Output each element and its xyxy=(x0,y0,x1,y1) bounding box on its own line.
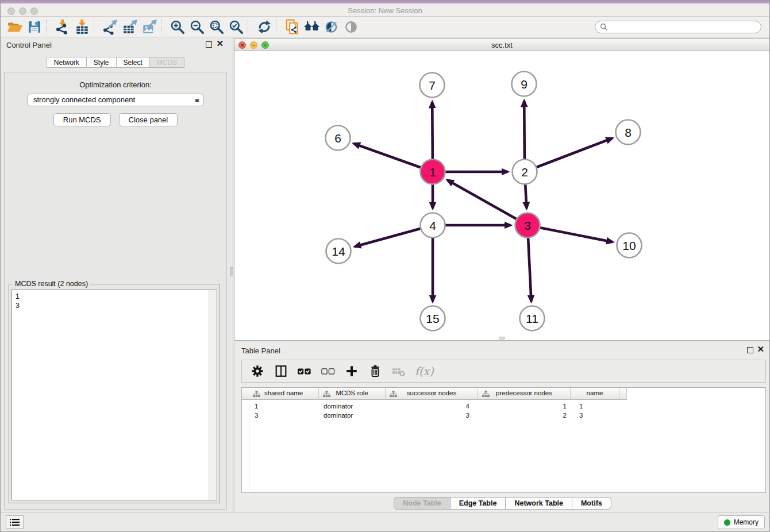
panel-splitter[interactable] xyxy=(230,37,233,513)
svg-text:6: 6 xyxy=(334,132,341,145)
toolbar-separator xyxy=(276,20,281,34)
run-mcds-button[interactable]: Run MCDS xyxy=(53,113,111,126)
table-tabs: Node Table Edge Table Network Table Moti… xyxy=(234,497,770,510)
column-header-shared-name[interactable]: shared name xyxy=(249,388,319,400)
splitter-grip[interactable] xyxy=(230,267,233,276)
tab-node-table[interactable]: Node Table xyxy=(394,497,450,510)
close-panel-icon[interactable]: ✕ xyxy=(757,345,764,354)
delete-table-icon[interactable] xyxy=(391,363,406,379)
refresh-icon[interactable] xyxy=(255,18,274,36)
svg-text:7: 7 xyxy=(429,79,436,92)
mcds-result-item[interactable]: 1 xyxy=(12,292,217,301)
mcds-result-title: MCDS result (2 nodes) xyxy=(13,280,90,288)
resize-handle[interactable] xyxy=(499,337,505,340)
network-title: scc.txt xyxy=(234,41,769,49)
control-panel: Control Panel ✕ Network Style Select MCD… xyxy=(1,37,230,513)
network-canvas[interactable]: 7968124314101511 xyxy=(234,52,769,340)
tab-motifs[interactable]: Motifs xyxy=(572,497,611,510)
hide-graphics-icon[interactable] xyxy=(322,18,341,36)
column-header-predecessor-nodes[interactable]: predecessor nodes xyxy=(478,388,571,400)
float-panel-icon[interactable] xyxy=(747,347,753,353)
graph-node-3[interactable]: 3 xyxy=(515,213,540,238)
scrollbar[interactable] xyxy=(209,290,217,500)
close-panel-button[interactable]: Close panel xyxy=(119,113,178,126)
svg-text:10: 10 xyxy=(622,239,636,252)
select-all-icon[interactable] xyxy=(297,363,312,379)
tab-mcds[interactable]: MCDS xyxy=(150,57,184,68)
memory-status-icon xyxy=(724,519,730,526)
tab-select[interactable]: Select xyxy=(117,57,150,68)
column-header-name[interactable]: name xyxy=(571,388,619,400)
column-header-successor-nodes[interactable]: successor nodes xyxy=(386,388,478,400)
table-cell[interactable]: dominator xyxy=(324,402,353,411)
task-history-button[interactable] xyxy=(6,515,24,529)
table-cell[interactable]: 3 xyxy=(255,411,258,420)
table-cell[interactable]: 3 xyxy=(386,411,469,420)
table-cell[interactable]: 1 xyxy=(579,402,583,411)
main-area: Control Panel ✕ Network Style Select MCD… xyxy=(1,37,769,513)
table-cell[interactable]: 1 xyxy=(478,402,567,411)
table-cell[interactable]: 2 xyxy=(478,411,567,420)
graph-node-6[interactable]: 6 xyxy=(326,126,351,151)
graph-edge-3-1[interactable] xyxy=(448,180,528,225)
graph-node-4[interactable]: 4 xyxy=(421,213,445,238)
node-table[interactable]: shared name MCDS role successor nodes xyxy=(241,387,766,493)
graph-node-1[interactable]: 1 xyxy=(421,160,445,184)
workspace: ✕ − + scc.txt 7968124314101511 Table Pan… xyxy=(234,37,770,513)
graph-node-14[interactable]: 14 xyxy=(326,239,351,264)
graph-edge-2-8[interactable] xyxy=(525,138,612,172)
open-session-icon[interactable] xyxy=(5,18,25,36)
tab-network-table[interactable]: Network Table xyxy=(506,497,572,510)
graph-node-11[interactable]: 11 xyxy=(520,306,545,331)
graph-node-15[interactable]: 15 xyxy=(421,306,445,331)
tab-style[interactable]: Style xyxy=(87,57,117,68)
mcds-panel: Optimization criterion: strongly connect… xyxy=(4,72,227,510)
svg-text:14: 14 xyxy=(332,245,345,258)
toolbar-separator xyxy=(161,20,166,34)
import-network-icon[interactable] xyxy=(53,18,72,36)
network-document-icon[interactable] xyxy=(283,18,302,36)
table-cell[interactable]: 3 xyxy=(579,411,583,420)
save-session-icon[interactable] xyxy=(25,18,44,36)
zoom-selected-icon[interactable] xyxy=(226,18,246,36)
mcds-result-item[interactable]: 3 xyxy=(12,301,217,310)
tab-edge-table[interactable]: Edge Table xyxy=(451,497,506,510)
graph-node-10[interactable]: 10 xyxy=(617,233,642,258)
memory-button[interactable]: Memory xyxy=(718,515,765,529)
table-cell[interactable]: 1 xyxy=(255,402,258,411)
mcds-result-list[interactable]: 1 3 xyxy=(11,290,217,500)
table-cell[interactable]: 4 xyxy=(386,402,469,411)
tab-network[interactable]: Network xyxy=(47,57,87,68)
column-header-mcds-role[interactable]: MCDS role xyxy=(319,388,386,400)
search-input[interactable] xyxy=(611,22,756,32)
deselect-all-icon[interactable] xyxy=(321,363,336,379)
float-panel-icon[interactable] xyxy=(206,41,212,48)
optimization-criterion-select[interactable]: strongly connected component xyxy=(27,94,204,106)
memory-label: Memory xyxy=(734,518,759,526)
zoom-in-icon[interactable] xyxy=(168,18,187,36)
svg-text:1: 1 xyxy=(429,165,436,179)
delete-icon[interactable] xyxy=(368,363,383,379)
table-cell[interactable]: dominator xyxy=(324,411,353,420)
optimization-criterion-label: Optimization criterion: xyxy=(5,80,226,89)
export-table-icon[interactable] xyxy=(120,18,140,36)
zoom-fit-icon[interactable] xyxy=(207,18,226,36)
toolbar-separator xyxy=(248,20,253,34)
columns-icon[interactable] xyxy=(274,363,288,379)
graph-node-9[interactable]: 9 xyxy=(512,72,537,97)
close-panel-icon[interactable]: ✕ xyxy=(216,39,224,48)
graph-node-7[interactable]: 7 xyxy=(420,73,445,98)
import-table-icon[interactable] xyxy=(72,18,92,36)
add-column-icon[interactable] xyxy=(344,363,359,379)
show-details-icon[interactable] xyxy=(341,18,361,36)
toolbar-separator xyxy=(46,20,51,34)
gear-icon[interactable] xyxy=(250,363,265,379)
export-network-icon[interactable] xyxy=(101,18,120,36)
export-image-icon[interactable] xyxy=(140,18,159,36)
function-builder-icon[interactable]: f(x) xyxy=(415,363,434,379)
network-window-titlebar: ✕ − + scc.txt xyxy=(234,39,769,51)
first-neighbors-icon[interactable] xyxy=(302,18,322,36)
graph-node-8[interactable]: 8 xyxy=(616,120,641,145)
zoom-out-icon[interactable] xyxy=(187,18,207,36)
graph-node-2[interactable]: 2 xyxy=(513,160,537,184)
